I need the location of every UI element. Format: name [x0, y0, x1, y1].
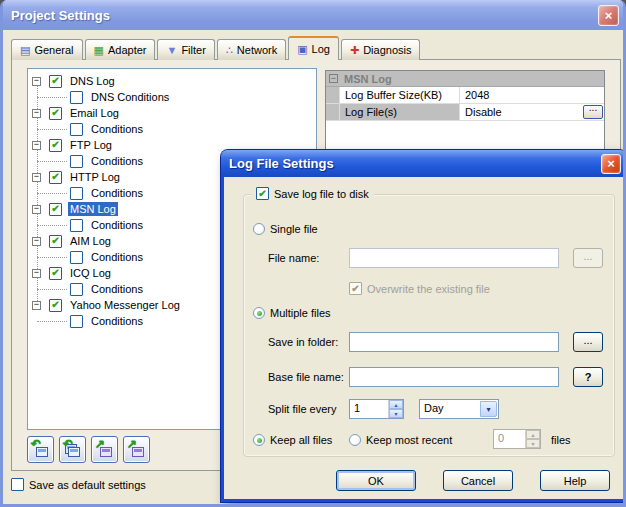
checkbox-checked-icon[interactable] [49, 139, 62, 152]
cancel-button[interactable]: Cancel [443, 470, 513, 491]
tab-bar: ▤ General ▦ Adapter ▼ Filter ∴ Network ▣… [11, 36, 422, 60]
tree-item-dns-log[interactable]: DNS Log [28, 73, 316, 89]
close-button[interactable]: × [598, 5, 619, 26]
network-icon: ∴ [226, 45, 233, 56]
collapse-minus-icon[interactable] [329, 74, 338, 83]
checkbox-unchecked-icon[interactable] [11, 478, 24, 491]
expand-minus-icon[interactable] [32, 141, 41, 150]
checkbox-checked-icon[interactable] [49, 171, 62, 184]
split-unit-combobox[interactable]: Day ▾ [419, 399, 499, 419]
checkbox-unchecked-icon[interactable] [70, 187, 83, 200]
checkbox-checked-icon[interactable] [49, 203, 62, 216]
single-file-radio-row[interactable]: Single file [253, 223, 318, 235]
keep-recent-count-spinner[interactable]: 0 ▴ ▾ [493, 429, 541, 449]
save-log-to-disk-row[interactable]: Save log file to disk [251, 187, 374, 200]
tab-diagnosis[interactable]: ✚ Diagnosis [341, 39, 421, 60]
checkbox-checked-disabled-icon[interactable] [349, 282, 362, 295]
diagnosis-icon: ✚ [350, 45, 359, 56]
checkbox-checked-icon[interactable] [49, 107, 62, 120]
tree-toolbar: ↶ ↶ ↗ ↗ [27, 436, 150, 463]
expand-minus-icon[interactable] [32, 237, 41, 246]
radio-off-icon[interactable] [253, 223, 265, 235]
general-icon: ▤ [20, 45, 30, 56]
tree-item-email-conditions[interactable]: Conditions [28, 121, 316, 137]
browse-folder-button[interactable]: ... [573, 332, 603, 352]
checkbox-unchecked-icon[interactable] [70, 251, 83, 264]
file-name-label-row: File name: [268, 252, 319, 264]
browse-file-button[interactable]: ... [573, 248, 603, 268]
tree-item-email-log[interactable]: Email Log [28, 105, 316, 121]
log-files-value[interactable]: Disable ... [460, 104, 604, 120]
chevron-down-icon[interactable]: ▾ [480, 401, 497, 417]
dialog-title-bar[interactable]: Log File Settings × [221, 150, 626, 177]
title-bar[interactable]: Project Settings × [0, 0, 626, 30]
checkbox-checked-icon[interactable] [49, 267, 62, 280]
keep-all-files-radio-row[interactable]: Keep all files [253, 434, 332, 446]
checkbox-unchecked-icon[interactable] [70, 283, 83, 296]
multiple-files-label: Multiple files [270, 307, 331, 319]
expand-minus-icon[interactable] [32, 269, 41, 278]
expand-minus-icon[interactable] [32, 109, 41, 118]
name-help-button[interactable]: ? [573, 367, 603, 387]
tab-adapter[interactable]: ▦ Adapter [85, 39, 156, 60]
overwrite-row[interactable]: Overwrite the existing file [349, 282, 490, 295]
tab-general[interactable]: ▤ General [11, 39, 83, 60]
tab-network[interactable]: ∴ Network [217, 39, 286, 60]
multiple-files-radio-row[interactable]: Multiple files [253, 307, 331, 319]
tab-log[interactable]: ▣ Log [288, 36, 339, 60]
radio-on-icon[interactable] [253, 307, 265, 319]
radio-on-icon[interactable] [253, 434, 265, 446]
spin-up-icon[interactable]: ▴ [389, 400, 403, 409]
buffer-size-value[interactable]: 2048 [460, 87, 604, 103]
spin-down-icon[interactable]: ▾ [389, 409, 403, 418]
expand-minus-icon[interactable] [32, 173, 41, 182]
keep-most-recent-radio-row[interactable]: Keep most recent [349, 434, 452, 446]
base-file-name-input[interactable] [349, 367, 559, 387]
ellipsis-button[interactable]: ... [583, 105, 603, 119]
log-file-settings-dialog: Log File Settings × Save log file to dis… [221, 150, 626, 502]
expand-minus-icon[interactable] [32, 205, 41, 214]
checkbox-unchecked-icon[interactable] [70, 91, 83, 104]
tab-adapter-label: Adapter [108, 44, 147, 56]
import-settings-button[interactable]: ↗ [91, 436, 118, 463]
arrow-icon: ↗ [95, 438, 105, 450]
save-in-folder-label-row: Save in folder: [268, 336, 338, 348]
tab-filter[interactable]: ▼ Filter [157, 39, 214, 60]
dialog-body: Save log file to disk Single file File n… [224, 177, 623, 499]
property-row-log-files[interactable]: Log File(s) Disable ... [326, 104, 604, 121]
save-as-default-label: Save as default settings [29, 479, 146, 491]
project-settings-window: Project Settings × ▤ General ▦ Adapter ▼… [0, 0, 626, 507]
checkbox-checked-icon[interactable] [256, 187, 269, 200]
split-value-spinner[interactable]: 1 ▴ ▾ [349, 399, 404, 419]
checkbox-unchecked-icon[interactable] [70, 155, 83, 168]
tab-diagnosis-label: Diagnosis [363, 44, 411, 56]
dialog-close-button[interactable]: × [601, 154, 621, 174]
checkbox-checked-icon[interactable] [49, 299, 62, 312]
checkbox-checked-icon[interactable] [49, 235, 62, 248]
tree-item-dns-conditions[interactable]: DNS Conditions [28, 89, 316, 105]
undo-arrow-icon: ↶ [31, 438, 41, 450]
file-name-label: File name: [268, 252, 319, 264]
property-group-header[interactable]: MSN Log [326, 71, 604, 87]
save-in-folder-input[interactable] [349, 332, 559, 352]
expand-minus-icon[interactable] [32, 77, 41, 86]
keep-most-recent-label: Keep most recent [366, 434, 452, 446]
tab-network-label: Network [237, 44, 277, 56]
save-as-default-row[interactable]: Save as default settings [11, 478, 146, 491]
restore-all-defaults-button[interactable]: ↶ [59, 436, 86, 463]
checkbox-checked-icon[interactable] [49, 75, 62, 88]
checkbox-unchecked-icon[interactable] [70, 123, 83, 136]
checkbox-unchecked-icon[interactable] [70, 315, 83, 328]
ok-button[interactable]: OK [336, 470, 416, 491]
checkbox-unchecked-icon[interactable] [70, 219, 83, 232]
export-settings-button[interactable]: ↗ [123, 436, 150, 463]
close-icon: × [607, 157, 615, 170]
property-row-buffer-size[interactable]: Log Buffer Size(KB) 2048 [326, 87, 604, 104]
help-button[interactable]: Help [540, 470, 610, 491]
dialog-title: Log File Settings [221, 156, 601, 171]
file-name-input[interactable] [349, 248, 559, 268]
expand-minus-icon[interactable] [32, 301, 41, 310]
close-icon: × [605, 9, 613, 22]
restore-item-defaults-button[interactable]: ↶ [27, 436, 54, 463]
radio-off-icon[interactable] [349, 434, 361, 446]
